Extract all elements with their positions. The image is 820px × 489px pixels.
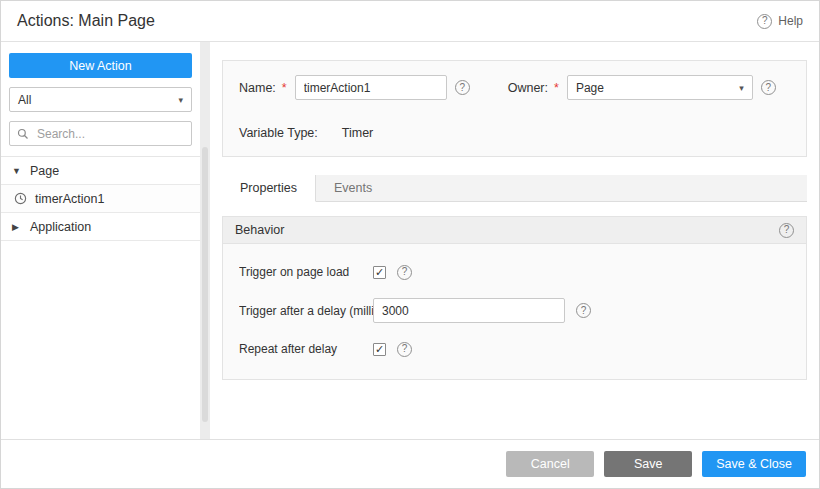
variable-type-row: Variable Type: Timer bbox=[239, 126, 790, 140]
owner-select-value: Page bbox=[576, 81, 604, 95]
name-input[interactable] bbox=[295, 75, 447, 100]
name-help-icon[interactable]: ? bbox=[455, 80, 470, 95]
help-icon: ? bbox=[757, 14, 772, 29]
sidebar: New Action All ▾ ▼ Page bbox=[1, 42, 200, 439]
sidebar-controls: New Action All ▾ bbox=[1, 42, 200, 156]
actions-dialog: Actions: Main Page ? Help New Action All… bbox=[0, 0, 820, 489]
repeat-after-delay-row: Repeat after delay ✓ ? bbox=[223, 337, 806, 361]
variable-type-value: Timer bbox=[342, 126, 373, 140]
owner-required-asterisk: * bbox=[554, 81, 559, 95]
trigger-on-load-help-icon[interactable]: ? bbox=[397, 265, 412, 280]
repeat-after-delay-help-icon[interactable]: ? bbox=[397, 342, 412, 357]
properties-tab-content: Behavior ? Trigger on page load ✓ ? bbox=[222, 202, 807, 439]
chevron-expanded-icon: ▼ bbox=[12, 166, 22, 176]
owner-label: Owner: bbox=[508, 81, 548, 95]
search-box[interactable] bbox=[9, 121, 192, 146]
trigger-delay-label: Trigger after a delay (millisec… bbox=[239, 304, 373, 318]
repeat-after-delay-control: ✓ ? bbox=[373, 342, 412, 357]
name-owner-row: Name: * ? Owner: * Page ▾ ? bbox=[239, 75, 790, 100]
tab-events[interactable]: Events bbox=[316, 175, 390, 201]
behavior-section: Behavior ? Trigger on page load ✓ ? bbox=[222, 216, 807, 380]
trigger-delay-help-icon[interactable]: ? bbox=[576, 303, 591, 318]
main-panel: Name: * ? Owner: * Page ▾ ? Variable Typ… bbox=[210, 42, 819, 439]
repeat-after-delay-checkbox[interactable]: ✓ bbox=[373, 343, 386, 356]
trigger-delay-control: ? bbox=[373, 298, 591, 323]
body: New Action All ▾ ▼ Page bbox=[1, 42, 819, 439]
help-label: Help bbox=[778, 14, 803, 28]
save-button[interactable]: Save bbox=[604, 451, 692, 477]
tree-item-timeraction1[interactable]: timerAction1 bbox=[1, 185, 200, 213]
trigger-on-load-label: Trigger on page load bbox=[239, 265, 373, 279]
tree-item-page[interactable]: ▼ Page bbox=[1, 157, 200, 185]
actions-tree: ▼ Page timerAction1 ▶ Application bbox=[1, 156, 200, 241]
search-input[interactable] bbox=[35, 126, 184, 142]
trigger-delay-input[interactable] bbox=[373, 298, 565, 323]
caret-down-icon: ▾ bbox=[178, 95, 183, 105]
clock-icon bbox=[14, 192, 27, 205]
tree-item-timeraction1-label: timerAction1 bbox=[35, 192, 104, 206]
repeat-after-delay-label: Repeat after delay bbox=[239, 342, 373, 356]
page-title: Actions: Main Page bbox=[17, 12, 155, 30]
trigger-delay-row: Trigger after a delay (millisec… ? bbox=[223, 298, 806, 323]
action-form-panel: Name: * ? Owner: * Page ▾ ? Variable Typ… bbox=[222, 60, 807, 157]
name-label: Name: bbox=[239, 81, 276, 95]
scrollbar-thumb[interactable] bbox=[202, 147, 208, 422]
trigger-on-load-checkbox[interactable]: ✓ bbox=[373, 266, 386, 279]
tree-item-application-label: Application bbox=[30, 220, 91, 234]
trigger-on-load-row: Trigger on page load ✓ ? bbox=[223, 260, 806, 284]
trigger-on-load-control: ✓ ? bbox=[373, 265, 412, 280]
behavior-section-header: Behavior ? bbox=[223, 217, 806, 244]
footer-bar: Cancel Save Save & Close bbox=[1, 439, 819, 488]
tab-properties[interactable]: Properties bbox=[222, 175, 316, 202]
caret-down-icon: ▾ bbox=[739, 83, 744, 93]
variable-type-label: Variable Type: bbox=[239, 126, 318, 140]
save-close-button[interactable]: Save & Close bbox=[702, 451, 806, 477]
filter-select-value: All bbox=[18, 93, 31, 107]
tree-item-page-label: Page bbox=[30, 164, 59, 178]
new-action-button[interactable]: New Action bbox=[9, 53, 192, 78]
tab-strip: Properties Events bbox=[222, 175, 807, 202]
cancel-button[interactable]: Cancel bbox=[506, 451, 594, 477]
sidebar-scrollbar bbox=[200, 42, 210, 439]
owner-select[interactable]: Page ▾ bbox=[567, 75, 753, 100]
filter-select[interactable]: All ▾ bbox=[9, 87, 192, 112]
behavior-section-title: Behavior bbox=[235, 223, 284, 237]
tree-item-application[interactable]: ▶ Application bbox=[1, 213, 200, 241]
header: Actions: Main Page ? Help bbox=[1, 1, 819, 42]
owner-help-icon[interactable]: ? bbox=[761, 80, 776, 95]
behavior-help-icon[interactable]: ? bbox=[779, 223, 794, 238]
search-icon bbox=[17, 128, 29, 140]
name-required-asterisk: * bbox=[282, 81, 287, 95]
help-button[interactable]: ? Help bbox=[757, 14, 803, 29]
chevron-collapsed-icon: ▶ bbox=[12, 222, 22, 232]
behavior-section-body: Trigger on page load ✓ ? Trigger after a… bbox=[223, 244, 806, 379]
